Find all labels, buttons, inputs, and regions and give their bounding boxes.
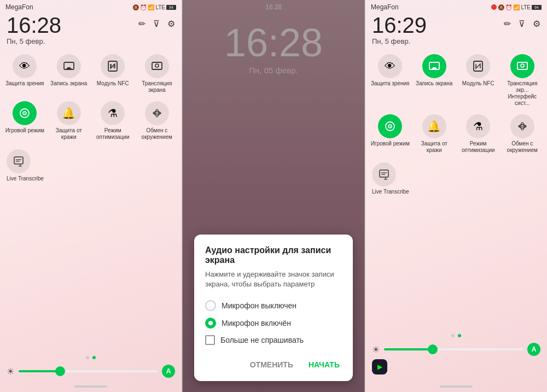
left-item-game[interactable]: Игровой режим	[3, 98, 46, 144]
right-optim-label: Режим оптимизации	[458, 141, 499, 154]
right-brightness-row: ☀ A	[365, 340, 547, 359]
screen-rec-icon-wrap	[57, 54, 81, 78]
svg-rect-15	[433, 67, 436, 68]
right-date: Пн, 5 февр.	[372, 37, 427, 45]
left-status-icons: 🔕 ⏰ 📶 LTE 94	[132, 4, 176, 10]
svg-rect-18	[517, 62, 527, 69]
lte-icon: LTE	[155, 4, 165, 10]
edit-icon-r[interactable]: ✏	[504, 19, 511, 29]
theft-label: Защита от кражи	[49, 127, 90, 141]
dialog-confirm-button[interactable]: НАЧАТЬ	[306, 357, 342, 372]
left-quick-grid: 👁 Защита зрения Запись экрана Модуль NFC…	[0, 49, 182, 146]
left-date: Пн, 5 февр.	[7, 37, 61, 45]
wifi-icon: 📶	[148, 4, 154, 10]
swipe-bar	[74, 385, 107, 388]
right-cast-label: Трансляция экр...Интерфейс сист...	[502, 80, 543, 107]
right-time-block: 16:29 Пн, 5 февр.	[372, 14, 427, 45]
right-item-nfc[interactable]: Модуль NFC	[457, 51, 500, 110]
right-item-optim[interactable]: ⚗ Режим оптимизации	[457, 111, 500, 157]
left-item-theft[interactable]: 🔔 Защита от кражи	[48, 98, 91, 144]
left-item-nfc[interactable]: Модуль NFC	[91, 51, 135, 97]
dialog-subtitle: Нажмите и удерживайте значок записи экра…	[205, 270, 342, 289]
game-label: Игровой режим	[5, 127, 44, 134]
eye-icon-wrap: 👁	[13, 54, 37, 78]
bottom-app-icon[interactable]: ▶	[372, 359, 387, 375]
right-panel: MegaFon 🔕 ⏰ 📶 LTE 94 16:29 Пн, 5 февр. ✏…	[365, 0, 547, 392]
right-item-screen-rec[interactable]: Запись экрана	[413, 51, 456, 110]
right-nfc-label: Модуль NFC	[462, 80, 494, 87]
filter-icon-r[interactable]: ⊽	[519, 19, 525, 29]
brightness-track[interactable]	[19, 370, 158, 372]
left-panel: MegaFon 🔕 ⏰ 📶 LTE 94 16:28 Пн, 5 февр. ✏…	[0, 0, 182, 392]
alarm-icon-r: ⏰	[505, 4, 512, 10]
right-dot-1	[451, 334, 455, 337]
dialog-cancel-button[interactable]: ОТМЕНИТЬ	[248, 357, 295, 372]
brightness-icon: ☀	[7, 366, 14, 377]
right-carrier: MegaFon	[371, 3, 399, 11]
nfc-icon-wrap	[101, 54, 125, 78]
optim-label: Режим оптимизации	[92, 127, 133, 141]
left-item-transcribe[interactable]: Live Transcribe	[5, 146, 49, 185]
brightness-fill	[19, 370, 60, 372]
right-item-share[interactable]: Обмен с окружением	[501, 111, 544, 157]
nfc-label: Модуль NFC	[97, 80, 129, 87]
svg-rect-4	[152, 62, 162, 69]
right-item-eye[interactable]: 👁 Защита зрения	[369, 51, 412, 110]
brightness-thumb[interactable]	[55, 366, 65, 376]
right-page-dots	[365, 330, 547, 340]
svg-rect-25	[380, 170, 388, 177]
edit-icon[interactable]: ✏	[138, 19, 146, 29]
settings-icon[interactable]: ⚙	[167, 19, 175, 29]
right-status-bar: MegaFon 🔕 ⏰ 📶 LTE 94	[365, 0, 547, 12]
right-share-label: Обмен с окружением	[502, 141, 543, 154]
left-swipe-handle[interactable]	[0, 381, 182, 392]
radio-mic-off[interactable]: Микрофон выключен	[205, 297, 342, 314]
share-icon-wrap	[145, 101, 169, 125]
left-header-actions: ✏ ⊽ ⚙	[138, 19, 175, 29]
right-cast-icon-wrap	[510, 54, 534, 78]
cast-label: Трансляция экрана	[137, 80, 178, 93]
right-status-icons: 🔕 ⏰ 📶 LTE 94	[491, 4, 542, 10]
right-brightness-icon: ☀	[372, 344, 380, 355]
right-brightness-thumb[interactable]	[428, 344, 438, 354]
left-item-optim[interactable]: ⚗ Режим оптимизации	[91, 98, 135, 144]
eye-label: Защита зрения	[5, 80, 44, 87]
checkbox-no-ask[interactable]: Больше не спрашивать	[205, 332, 342, 348]
dot-2	[92, 356, 96, 359]
right-swipe-handle[interactable]	[365, 381, 547, 392]
svg-point-19	[521, 64, 524, 67]
brightness-avatar[interactable]: A	[162, 365, 175, 378]
left-time: 16:28	[7, 14, 61, 36]
left-item-cast[interactable]: Трансляция экрана	[136, 51, 179, 97]
mute-icon: 🔕	[132, 4, 139, 10]
right-item-cast[interactable]: Трансляция экр...Интерфейс сист...	[501, 51, 544, 110]
right-theft-icon-wrap: 🔔	[422, 114, 446, 138]
radio-mic-on[interactable]: Микрофон включён	[205, 314, 342, 332]
right-optim-icon-wrap: ⚗	[466, 114, 490, 138]
right-time: 16:29	[372, 14, 427, 36]
left-time-block: 16:28 Пн, 5 февр.	[7, 14, 61, 45]
checkbox-no-ask-box	[205, 335, 215, 345]
filter-icon[interactable]: ⊽	[153, 19, 160, 29]
right-item-game[interactable]: Игровой режим	[369, 111, 412, 157]
radio-mic-on-label: Микрофон включён	[222, 319, 291, 327]
right-theft-label: Защита от кражи	[414, 141, 455, 154]
right-brightness-track[interactable]	[384, 348, 523, 350]
right-share-icon-wrap	[510, 114, 534, 138]
share-label: Обмен с окружением	[137, 127, 178, 141]
left-item-share[interactable]: Обмен с окружением	[136, 98, 179, 144]
mute-icon-r: 🔕	[498, 4, 504, 10]
svg-rect-1	[67, 67, 71, 68]
radio-mic-on-circle	[205, 318, 216, 329]
right-brightness-avatar[interactable]: A	[527, 343, 540, 356]
right-item-transcribe[interactable]: Live Transcribe	[371, 159, 415, 198]
left-item-eye[interactable]: 👁 Защита зрения	[3, 51, 46, 97]
right-item-theft[interactable]: 🔔 Защита от кражи	[413, 111, 456, 157]
svg-rect-16	[432, 68, 437, 69]
left-item-screen-rec[interactable]: Запись экрана	[48, 51, 91, 97]
transcribe-icon-wrap	[7, 149, 31, 173]
right-screen-rec-icon-wrap	[422, 54, 446, 78]
settings-icon-r[interactable]: ⚙	[533, 19, 540, 29]
left-status-bar: MegaFon 🔕 ⏰ 📶 LTE 94	[0, 0, 182, 12]
right-quick-grid: 👁 Защита зрения Запись экрана Модуль NFC…	[365, 49, 547, 159]
